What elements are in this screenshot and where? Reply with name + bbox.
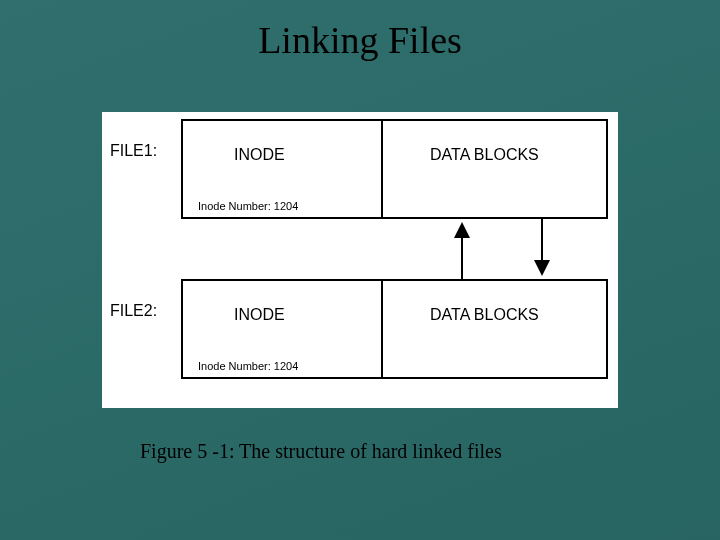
- figure-diagram: FILE1: FILE2: INODE DATA BLOCKS Inode Nu…: [102, 112, 618, 408]
- file2-data-label: DATA BLOCKS: [430, 306, 539, 323]
- slide: Linking Files FILE1: FILE2: INODE DATA B…: [0, 0, 720, 540]
- file1-inode-number: Inode Number: 1204: [198, 200, 298, 212]
- slide-title: Linking Files: [0, 18, 720, 62]
- file1-inode-label: INODE: [234, 146, 285, 163]
- file2-data-box: [382, 280, 607, 378]
- file2-inode-number: Inode Number: 1204: [198, 360, 298, 372]
- diagram-svg: FILE1: FILE2: INODE DATA BLOCKS Inode Nu…: [102, 112, 618, 408]
- file1-label: FILE1:: [110, 142, 157, 159]
- file2-label: FILE2:: [110, 302, 157, 319]
- file1-data-label: DATA BLOCKS: [430, 146, 539, 163]
- file2-inode-label: INODE: [234, 306, 285, 323]
- figure-caption: Figure 5 -1: The structure of hard linke…: [140, 440, 502, 463]
- file1-data-box: [382, 120, 607, 218]
